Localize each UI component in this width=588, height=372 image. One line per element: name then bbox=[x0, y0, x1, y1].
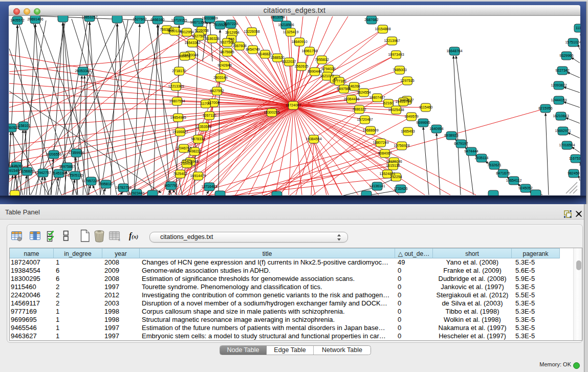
svg-text:1405572: 1405572 bbox=[10, 18, 24, 22]
svg-text:16033809: 16033809 bbox=[202, 16, 217, 20]
svg-text:8813054: 8813054 bbox=[271, 16, 285, 19]
svg-text:26053346: 26053346 bbox=[75, 69, 91, 73]
svg-text:9327505: 9327505 bbox=[192, 34, 206, 38]
svg-text:10807554: 10807554 bbox=[169, 99, 185, 103]
svg-text:9327508: 9327508 bbox=[220, 40, 234, 44]
svg-text:15751024: 15751024 bbox=[565, 40, 580, 44]
svg-text:1588520: 1588520 bbox=[270, 56, 284, 59]
svg-text:10154808: 10154808 bbox=[375, 27, 390, 31]
svg-text:9699695: 9699695 bbox=[416, 121, 430, 124]
svg-text:11700: 11700 bbox=[201, 102, 211, 105]
svg-text:6466160: 6466160 bbox=[150, 18, 164, 21]
svg-text:13716485: 13716485 bbox=[201, 185, 217, 188]
svg-text:10688609: 10688609 bbox=[362, 128, 378, 132]
svg-text:982450: 982450 bbox=[568, 171, 579, 175]
svg-text:9242848: 9242848 bbox=[217, 63, 231, 67]
svg-text:20206556: 20206556 bbox=[46, 152, 61, 156]
svg-text:8454749: 8454749 bbox=[246, 48, 259, 51]
svg-text:8215956: 8215956 bbox=[538, 106, 552, 110]
svg-text:18300295: 18300295 bbox=[264, 111, 279, 114]
svg-text:19218506: 19218506 bbox=[278, 23, 294, 27]
svg-text:12923446: 12923446 bbox=[128, 191, 144, 195]
svg-text:1615132: 1615132 bbox=[386, 164, 400, 167]
svg-text:1167533: 1167533 bbox=[569, 157, 580, 160]
svg-text:9329966: 9329966 bbox=[559, 54, 573, 57]
svg-text:1527602: 1527602 bbox=[133, 17, 146, 21]
svg-text:769498: 769498 bbox=[181, 162, 192, 165]
svg-text:18640910: 18640910 bbox=[291, 40, 307, 43]
svg-text:1621072: 1621072 bbox=[320, 74, 334, 78]
svg-text:3675685: 3675685 bbox=[220, 50, 234, 54]
svg-text:9245052: 9245052 bbox=[518, 186, 532, 190]
svg-text:x: x bbox=[118, 238, 120, 242]
svg-text:5498222: 5498222 bbox=[187, 149, 201, 153]
svg-text:16782759: 16782759 bbox=[115, 186, 131, 189]
svg-text:9777169: 9777169 bbox=[332, 79, 346, 83]
svg-text:17957223: 17957223 bbox=[83, 179, 99, 183]
svg-text:989611: 989611 bbox=[179, 54, 191, 58]
svg-text:10719155: 10719155 bbox=[171, 18, 187, 22]
svg-text:7485003: 7485003 bbox=[393, 68, 406, 72]
svg-text:391549: 391549 bbox=[9, 169, 19, 172]
svg-text:8471676: 8471676 bbox=[496, 171, 510, 175]
svg-text:20691406: 20691406 bbox=[27, 17, 43, 21]
svg-text:12093822: 12093822 bbox=[551, 83, 567, 87]
svg-text:9457791: 9457791 bbox=[164, 184, 178, 187]
svg-text:10756928: 10756928 bbox=[394, 144, 409, 147]
svg-text:12942757: 12942757 bbox=[35, 171, 51, 174]
svg-text:1835061: 1835061 bbox=[9, 164, 23, 168]
svg-text:9115460: 9115460 bbox=[419, 105, 433, 109]
svg-text:16210643: 16210643 bbox=[553, 114, 569, 118]
svg-text:12444159: 12444159 bbox=[551, 98, 567, 102]
svg-text:1640954: 1640954 bbox=[429, 127, 443, 130]
svg-text:7955812: 7955812 bbox=[315, 58, 329, 61]
svg-text:1117: 1117 bbox=[576, 26, 580, 30]
svg-text:10654112: 10654112 bbox=[506, 179, 522, 182]
svg-text:16648764: 16648764 bbox=[446, 49, 462, 53]
svg-text:62160: 62160 bbox=[383, 101, 394, 105]
svg-text:7886322: 7886322 bbox=[352, 107, 366, 111]
svg-text:15692971: 15692971 bbox=[555, 129, 571, 133]
svg-text:8938923: 8938923 bbox=[444, 134, 458, 137]
svg-text:18724007: 18724007 bbox=[285, 103, 301, 107]
svg-text:2935114: 2935114 bbox=[475, 156, 489, 160]
svg-text:10025438: 10025438 bbox=[388, 108, 404, 112]
svg-text:252254: 252254 bbox=[390, 175, 402, 179]
svg-text:12213369: 12213369 bbox=[168, 84, 184, 88]
svg-text:19166827: 19166827 bbox=[172, 130, 188, 134]
svg-text:1949579: 1949579 bbox=[404, 115, 418, 118]
svg-text:16961758: 16961758 bbox=[301, 49, 317, 53]
svg-text:19384554: 19384554 bbox=[306, 137, 321, 141]
svg-text:7632621: 7632621 bbox=[487, 163, 501, 167]
svg-text:20364436: 20364436 bbox=[343, 97, 359, 101]
svg-text:2803144: 2803144 bbox=[213, 76, 227, 79]
svg-text:5226058: 5226058 bbox=[194, 29, 208, 32]
svg-text:2367608: 2367608 bbox=[232, 44, 246, 48]
svg-text:12505135: 12505135 bbox=[67, 173, 83, 177]
svg-text:17016504: 17016504 bbox=[559, 143, 575, 147]
svg-text:2687682: 2687682 bbox=[364, 18, 378, 21]
svg-text:10807487: 10807487 bbox=[369, 96, 385, 99]
svg-text:17359936: 17359936 bbox=[68, 151, 84, 155]
svg-text:12213967: 12213967 bbox=[384, 39, 400, 42]
svg-text:6479197: 6479197 bbox=[454, 142, 468, 145]
svg-text:1145194: 1145194 bbox=[52, 171, 66, 175]
svg-text:7625402: 7625402 bbox=[173, 172, 187, 176]
svg-text:30975887: 30975887 bbox=[59, 165, 75, 168]
svg-text:9146821: 9146821 bbox=[258, 52, 272, 56]
svg-text:9084067: 9084067 bbox=[378, 151, 391, 155]
svg-text:14136141: 14136141 bbox=[369, 184, 385, 188]
svg-text:9158101: 9158101 bbox=[16, 124, 30, 127]
svg-text:15720407: 15720407 bbox=[357, 118, 373, 121]
svg-text:8912954: 8912954 bbox=[180, 30, 193, 34]
svg-text:8427552: 8427552 bbox=[210, 89, 224, 93]
svg-text:9474444: 9474444 bbox=[464, 149, 478, 153]
svg-text:3624554: 3624554 bbox=[357, 91, 371, 94]
svg-text:1297515: 1297515 bbox=[400, 79, 414, 82]
svg-text:3267110: 3267110 bbox=[203, 114, 216, 117]
svg-text:18807249: 18807249 bbox=[373, 141, 388, 144]
svg-text:10973493: 10973493 bbox=[388, 53, 404, 56]
svg-text:5878334: 5878334 bbox=[191, 137, 205, 141]
svg-text:7357224: 7357224 bbox=[224, 22, 237, 26]
svg-text:10958187: 10958187 bbox=[98, 182, 114, 186]
